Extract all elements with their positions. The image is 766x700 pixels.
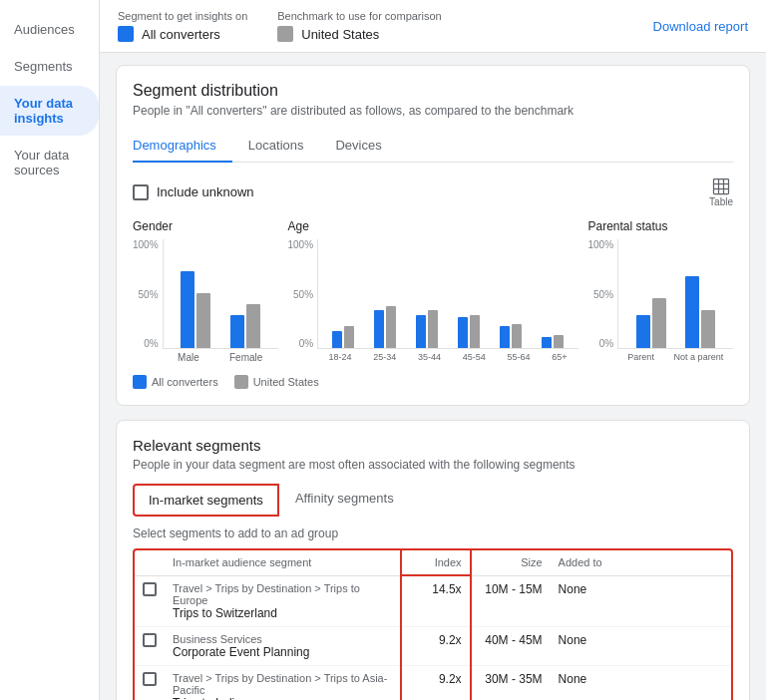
distribution-tabs: Demographics Locations Devices — [133, 130, 733, 163]
gender-y-50: 50% — [133, 289, 159, 300]
parental-chart: Parental status 100% 50% 0% — [588, 219, 734, 363]
gender-female-blue-bar — [230, 315, 244, 348]
parental-y-100: 100% — [588, 239, 614, 250]
download-report-button[interactable]: Download report — [653, 19, 748, 34]
segment-label: Segment to get insights on — [118, 10, 247, 22]
table-icon-label: Table — [709, 196, 733, 207]
gender-female-gray-bar — [246, 304, 260, 348]
row-checkbox-cell[interactable] — [135, 575, 165, 626]
segment-cell-1: Business Services Corporate Event Planni… — [165, 626, 401, 665]
table-row: Travel > Trips by Destination > Trips to… — [135, 665, 731, 700]
tab-in-market-segments[interactable]: In-market segments — [133, 484, 279, 517]
segment-main-0: Travel > Trips by Destination > Trips to… — [173, 582, 392, 606]
relevant-title: Relevant segments — [133, 437, 733, 454]
relevant-subtitle: People in your data segment are most oft… — [133, 458, 733, 472]
tab-demographics[interactable]: Demographics — [133, 130, 232, 163]
age-18-24-bars — [332, 239, 354, 348]
parental-parent-gray — [652, 298, 666, 348]
legend-united-states-label: United States — [253, 376, 319, 388]
distribution-card: Segment distribution People in "All conv… — [116, 65, 750, 406]
sidebar-item-your-data-insights[interactable]: Your data insights — [0, 86, 99, 136]
parental-chart-label: Parental status — [588, 219, 734, 233]
age-x-65plus: 65+ — [552, 352, 567, 362]
sidebar-item-audiences[interactable]: Audiences — [0, 12, 99, 47]
sidebar-item-segments[interactable]: Segments — [0, 49, 99, 84]
parental-x-notparent: Not a parent — [674, 352, 724, 362]
age-x-1824: 18-24 — [328, 352, 351, 362]
benchmark-name: United States — [301, 27, 379, 42]
th-added: Added to — [551, 550, 731, 575]
gender-y-0: 0% — [133, 338, 159, 349]
benchmark-selector[interactable]: Benchmark to use for comparison United S… — [277, 10, 441, 42]
index-cell-0: 14.5x — [401, 575, 471, 626]
age-x-2534: 25-34 — [373, 352, 396, 362]
age-chart: Age 100% 50% 0% — [288, 219, 578, 363]
benchmark-color-gray — [277, 26, 293, 42]
age-45-54-blue — [458, 317, 468, 348]
size-cell-1: 40M - 45M — [471, 626, 551, 665]
sidebar-item-your-data-sources[interactable]: Your data sources — [0, 138, 99, 187]
include-unknown-checkbox[interactable] — [133, 184, 149, 200]
age-chart-label: Age — [288, 219, 578, 233]
table-hint: Select segments to add to an ad group — [133, 526, 733, 540]
charts-row: Gender 100% 50% 0% — [133, 219, 733, 363]
row-checkbox-1[interactable] — [143, 633, 157, 647]
segments-table: In-market audience segment Index Size Ad… — [135, 550, 731, 700]
age-18-24-blue — [332, 331, 342, 348]
age-55-64-blue — [500, 326, 510, 348]
parental-y-50: 50% — [588, 289, 614, 300]
segment-main-2: Travel > Trips by Destination > Trips to… — [173, 672, 392, 696]
age-y-50: 50% — [288, 289, 314, 300]
age-35-44-blue — [416, 315, 426, 348]
age-25-34-gray — [386, 306, 396, 348]
index-val-0: 14.5x — [432, 582, 461, 596]
row-checkbox-0[interactable] — [143, 582, 157, 596]
page-content: Segment distribution People in "All conv… — [100, 53, 766, 700]
gender-x-male: Male — [178, 352, 199, 363]
age-18-24-gray — [344, 326, 354, 348]
segment-cell-2: Travel > Trips by Destination > Trips to… — [165, 665, 401, 700]
include-row: Include unknown Table — [133, 176, 733, 207]
gender-chart: Gender 100% 50% 0% — [133, 219, 278, 363]
parental-parent-bars — [636, 239, 666, 348]
segments-table-wrapper: In-market audience segment Index Size Ad… — [133, 548, 733, 700]
table-view-button[interactable]: Table — [709, 176, 733, 207]
distribution-subtitle: People in "All converters" are distribut… — [133, 104, 733, 118]
parental-notparent-blue — [685, 276, 699, 348]
age-65-plus-blue — [542, 337, 552, 348]
benchmark-label: Benchmark to use for comparison — [277, 10, 441, 22]
row-checkbox-cell[interactable] — [135, 665, 165, 700]
include-unknown-label: Include unknown — [157, 184, 254, 199]
index-cell-2: 9.2x — [401, 665, 471, 700]
parental-notparent-gray — [701, 310, 715, 348]
include-unknown-control[interactable]: Include unknown — [133, 184, 254, 200]
tab-devices[interactable]: Devices — [319, 130, 397, 163]
parental-parent-blue — [636, 315, 650, 348]
age-65-plus-bars — [542, 239, 564, 348]
size-cell-2: 30M - 35M — [471, 665, 551, 700]
segment-type-tabs: In-market segments Affinity segments — [133, 484, 733, 517]
age-55-64-bars — [500, 239, 522, 348]
tab-locations[interactable]: Locations — [232, 130, 320, 163]
th-size: Size — [471, 550, 551, 575]
row-checkbox-2[interactable] — [143, 672, 157, 686]
segment-sub-0: Trips to Switzerland — [173, 606, 392, 620]
legend-blue-dot — [133, 375, 147, 389]
gender-x-female: Female — [229, 352, 262, 363]
gender-y-100: 100% — [133, 239, 159, 250]
gender-male-bars — [181, 239, 210, 348]
segment-selector[interactable]: Segment to get insights on All converter… — [118, 10, 247, 42]
segment-sub-1: Corporate Event Planning — [173, 645, 392, 659]
gender-female-bars — [230, 239, 260, 348]
main-content: Segment to get insights on All converter… — [100, 0, 766, 700]
size-cell-0: 10M - 15M — [471, 575, 551, 626]
index-cell-1: 9.2x — [401, 626, 471, 665]
legend-all-converters: All converters — [133, 375, 218, 389]
th-segment: In-market audience segment — [165, 550, 401, 575]
topbar: Segment to get insights on All converter… — [100, 0, 766, 53]
table-row: Travel > Trips by Destination > Trips to… — [135, 575, 731, 626]
segment-cell-0: Travel > Trips by Destination > Trips to… — [165, 575, 401, 626]
gender-chart-label: Gender — [133, 219, 278, 233]
row-checkbox-cell[interactable] — [135, 626, 165, 665]
tab-affinity-segments[interactable]: Affinity segments — [279, 484, 408, 517]
